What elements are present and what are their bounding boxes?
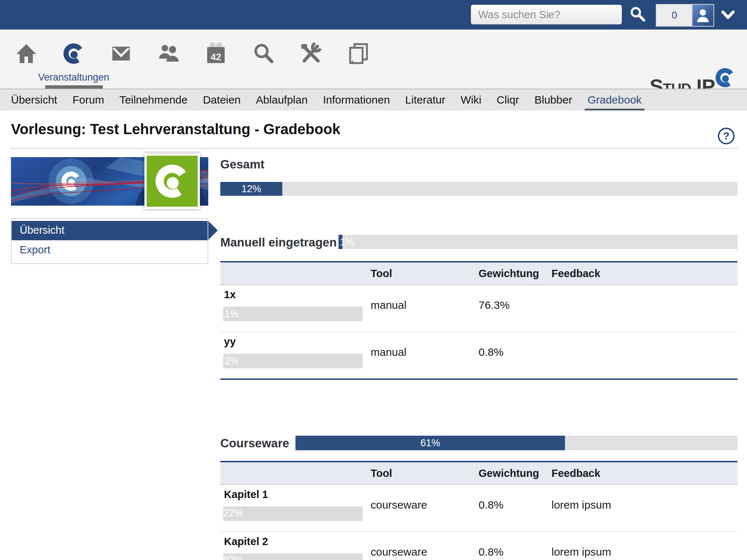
manual-section-progressbar: 1% xyxy=(338,235,738,249)
row-name: 1x xyxy=(220,289,371,301)
manual-table: Tool Gewichtung Feedback 1x 1% manual 76… xyxy=(220,261,738,380)
mail-icon[interactable] xyxy=(109,42,133,65)
topbar: 0 xyxy=(0,0,747,30)
courseware-section-progress-value: 61% xyxy=(421,438,440,449)
table-row: 1x 1% manual 76.3% xyxy=(220,285,738,331)
row-weight: 76.3% xyxy=(479,299,551,311)
courseware-section-progressbar: 61% xyxy=(295,436,738,450)
row-progressbar: 2% xyxy=(223,354,363,368)
courseware-table-header: Tool Gewichtung Feedback xyxy=(220,462,738,485)
row-tool: manual xyxy=(371,299,479,311)
row-weight: 0.8% xyxy=(479,346,551,358)
row-tool: courseware xyxy=(371,499,479,511)
main-navigation: 42 Veranstaltungen Stud.IP xyxy=(0,30,747,89)
help-icon[interactable]: ? xyxy=(718,128,735,144)
page-title: Vorlesung: Test Lehrveranstaltung - Grad… xyxy=(11,121,340,137)
chevron-down-icon[interactable] xyxy=(721,10,735,20)
row-progress-value: 2% xyxy=(225,355,239,367)
col-feedback: Feedback xyxy=(551,268,738,280)
schedule-icon[interactable]: 42 xyxy=(204,42,228,65)
row-progress-value: 22% xyxy=(223,508,243,518)
table-row: Kapitel 2 92% courseware 0.8% lorem ipsu… xyxy=(220,532,738,560)
col-feedback: Feedback xyxy=(551,467,738,479)
tab-uebersicht[interactable]: Übersicht xyxy=(11,89,57,110)
col-tool: Tool xyxy=(371,268,479,280)
overall-progress-value: 12% xyxy=(241,183,261,195)
row-weight: 0.8% xyxy=(479,499,551,511)
sidebar-item-export[interactable]: Export xyxy=(12,240,208,260)
row-weight: 0.8% xyxy=(479,546,551,558)
sidebar-item-uebersicht[interactable]: Übersicht xyxy=(12,221,208,240)
courseware-section-heading: Courseware xyxy=(220,436,289,450)
row-progress-value: 1% xyxy=(225,308,239,320)
nav-active-label[interactable]: Veranstaltungen xyxy=(35,72,112,83)
tab-literatur[interactable]: Literatur xyxy=(405,89,445,110)
user-icon xyxy=(694,7,711,24)
tab-dateien[interactable]: Dateien xyxy=(203,89,240,110)
tab-ablaufplan[interactable]: Ablaufplan xyxy=(256,89,308,110)
user-widget[interactable]: 0 xyxy=(656,4,714,27)
tab-blubber[interactable]: Blubber xyxy=(534,89,572,110)
notification-counter[interactable]: 0 xyxy=(657,5,692,26)
svg-text:42: 42 xyxy=(211,51,221,62)
tab-forum[interactable]: Forum xyxy=(73,89,104,110)
logo-swirl-icon xyxy=(714,67,736,89)
tab-teilnehmende[interactable]: Teilnehmende xyxy=(119,89,187,110)
home-icon[interactable] xyxy=(15,42,38,65)
tab-wiki[interactable]: Wiki xyxy=(461,89,481,110)
row-name: Kapitel 1 xyxy=(220,489,371,501)
col-gewichtung: Gewichtung xyxy=(479,467,551,479)
row-progress-value: 92% xyxy=(223,555,243,560)
tab-informationen[interactable]: Informationen xyxy=(323,89,390,110)
courseware-table: Tool Gewichtung Feedback Kapitel 1 22% c… xyxy=(220,461,738,560)
tools-icon[interactable] xyxy=(299,42,322,65)
row-feedback: lorem ipsum xyxy=(551,499,738,511)
col-tool: Tool xyxy=(371,467,479,479)
manual-table-header: Tool Gewichtung Feedback xyxy=(220,262,738,285)
search-icon[interactable] xyxy=(252,42,275,65)
manual-section-progress-value: 1% xyxy=(340,236,354,248)
nav-active-underline xyxy=(45,85,103,89)
row-feedback: lorem ipsum xyxy=(551,546,738,558)
title-divider xyxy=(10,148,738,149)
row-name: yy xyxy=(220,336,371,348)
overall-progressbar: 12% xyxy=(220,182,738,196)
row-tool: manual xyxy=(371,346,479,358)
course-tabbar: Übersicht Forum Teilnehmende Dateien Abl… xyxy=(0,89,747,110)
table-row: Kapitel 1 22% courseware 0.8% lorem ipsu… xyxy=(220,485,738,531)
courses-swirl-icon[interactable] xyxy=(62,42,85,65)
manual-section-heading: Manuell eingetragen xyxy=(220,236,337,249)
row-progressbar: 22% xyxy=(223,506,363,521)
community-icon[interactable] xyxy=(157,42,180,65)
studip-gradebook-page: 0 xyxy=(0,0,747,560)
search-submit-icon[interactable] xyxy=(628,5,647,24)
row-progressbar: 1% xyxy=(223,307,363,321)
row-name: Kapitel 2 xyxy=(220,536,371,548)
tab-gradebook[interactable]: Gradebook xyxy=(588,89,642,110)
table-row: yy 2% manual 0.8% xyxy=(220,332,738,378)
col-gewichtung: Gewichtung xyxy=(479,268,551,280)
tab-cliqr[interactable]: Cliqr xyxy=(497,89,519,110)
sidebar-menu: Übersicht Export xyxy=(11,218,208,264)
avatar[interactable] xyxy=(692,5,713,26)
overall-heading: Gesamt xyxy=(220,158,264,171)
clipboard-icon[interactable] xyxy=(347,42,370,65)
row-tool: courseware xyxy=(371,546,479,558)
search-input[interactable] xyxy=(471,4,622,25)
global-search[interactable] xyxy=(471,4,622,25)
row-progressbar: 92% xyxy=(223,553,363,560)
course-avatar xyxy=(144,153,200,209)
